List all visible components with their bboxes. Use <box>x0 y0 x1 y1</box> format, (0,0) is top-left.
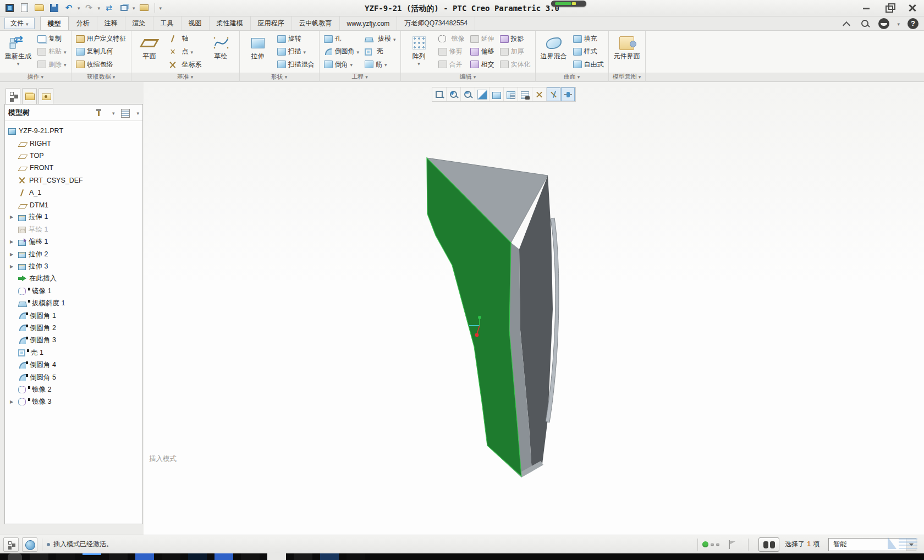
group-label-surfaces[interactable]: 曲面 <box>536 73 608 82</box>
windows-taskbar[interactable] <box>0 553 924 560</box>
favorites-tab[interactable] <box>38 88 53 104</box>
hole-button[interactable]: 孔 <box>322 33 361 45</box>
resource-caret[interactable] <box>897 20 900 28</box>
rib-button[interactable]: 筋 <box>363 58 398 70</box>
offset-button[interactable]: 偏移 <box>469 46 496 58</box>
zoom-out-button[interactable] <box>461 87 475 101</box>
tree-settings-caret[interactable] <box>136 109 139 117</box>
zoom-in-button[interactable] <box>447 87 461 101</box>
shrinkwrap-button[interactable]: 收缩包络 <box>74 58 128 70</box>
udf-button[interactable]: 用户定义特征 <box>74 33 128 45</box>
tree-item-round1[interactable]: 倒圆角 1 <box>5 310 142 322</box>
resource-center-icon[interactable] <box>878 18 889 29</box>
fill-button[interactable]: 填充 <box>571 33 606 45</box>
taskbar-item[interactable] <box>346 553 365 560</box>
tree-item-offset1[interactable]: ▶偏移 1 <box>5 236 142 248</box>
datum-point-button[interactable]: 点 <box>167 46 204 58</box>
close-button[interactable] <box>905 2 920 13</box>
boundary-blend-button[interactable]: 边界混合 <box>538 32 569 72</box>
datum-axis-button[interactable]: 轴 <box>167 33 204 45</box>
taskbar-item[interactable] <box>294 553 312 560</box>
taskbar-item[interactable] <box>82 553 101 555</box>
component-interface-button[interactable]: 元件界面 <box>612 32 642 72</box>
combo-arrow-icon[interactable] <box>906 539 916 551</box>
taskbar-item[interactable] <box>162 553 180 560</box>
tab-yzf-website[interactable]: www.yzfjy.com <box>339 17 397 30</box>
thicken-button[interactable]: 加厚 <box>498 46 532 58</box>
expand-arrow-icon[interactable]: ▶ <box>10 215 16 219</box>
tab-analysis[interactable]: 分析 <box>69 17 97 30</box>
tab-annotate[interactable]: 注释 <box>97 17 125 30</box>
tree-filters-caret[interactable] <box>112 109 115 117</box>
tree-item-extrude1[interactable]: ▶拉伸 1 <box>5 211 142 223</box>
trim-button[interactable]: 修剪 <box>437 46 466 58</box>
taskbar-item[interactable] <box>241 553 260 560</box>
project-button[interactable]: 投影 <box>498 33 532 45</box>
taskbar-item[interactable] <box>56 553 75 560</box>
expand-arrow-icon[interactable]: ▶ <box>10 399 16 404</box>
tree-item-axis[interactable]: A_1 <box>5 186 142 199</box>
freestyle-button[interactable]: 自由式 <box>571 58 606 70</box>
3d-model[interactable] <box>407 149 566 484</box>
tree-item-extrude2[interactable]: ▶拉伸 2 <box>5 248 142 260</box>
extrude-button[interactable]: 拉伸 <box>243 32 273 72</box>
regenerate-button[interactable]: 重新生成 <box>3 32 34 72</box>
tree-item-mirror3[interactable]: ▶镜像 3 <box>5 396 142 408</box>
tab-model[interactable]: 模型 <box>40 17 69 30</box>
taskbar-item[interactable] <box>188 553 207 560</box>
tree-item-insert-here[interactable]: 在此插入 <box>5 273 142 285</box>
csys-button[interactable]: 坐标系 <box>167 58 204 70</box>
extend-button[interactable]: 延伸 <box>469 33 496 45</box>
paste-button[interactable]: 粘贴 <box>36 46 68 58</box>
toggle-navigator-button[interactable] <box>3 537 19 552</box>
tree-item-round4[interactable]: 倒圆角 4 <box>5 359 142 371</box>
taskbar-item[interactable] <box>30 553 48 560</box>
datum-display-filters-button[interactable] <box>532 87 547 101</box>
tree-item-mirror1[interactable]: 镜像 1 <box>5 285 142 297</box>
taskbar-item[interactable] <box>8 553 22 560</box>
graphics-area[interactable]: 插入模式 <box>144 82 924 535</box>
tree-item-mirror2[interactable]: 镜像 2 <box>5 383 142 396</box>
style-button[interactable]: 样式 <box>571 46 606 58</box>
tree-filters-icon[interactable] <box>96 108 107 118</box>
group-label-model-intent[interactable]: 模型意图 <box>609 73 645 82</box>
tree-item-round5[interactable]: 倒圆角 5 <box>5 371 142 383</box>
tree-settings-icon[interactable] <box>120 108 131 118</box>
model-tree-tab[interactable] <box>6 88 20 104</box>
collapse-ribbon-icon[interactable] <box>841 18 852 29</box>
intersect-button[interactable]: 相交 <box>469 58 496 70</box>
tab-applications[interactable]: 应用程序 <box>250 17 292 30</box>
tab-teacher-qq[interactable]: 万老师QQ734482554 <box>397 17 475 30</box>
sketch-button[interactable]: 草绘 <box>206 32 237 72</box>
annotation-display-button[interactable] <box>547 87 561 101</box>
delete-button[interactable]: 删除 <box>36 58 68 70</box>
tree-item-extrude3[interactable]: ▶拉伸 3 <box>5 260 142 272</box>
group-label-shapes[interactable]: 形状 <box>240 73 319 82</box>
taskbar-item[interactable] <box>109 553 128 560</box>
chamfer-button[interactable]: 倒角 <box>322 58 361 70</box>
tab-tools[interactable]: 工具 <box>153 17 181 30</box>
expand-arrow-icon[interactable]: ▶ <box>10 264 16 269</box>
notifications-flag-icon[interactable] <box>728 540 736 549</box>
tree-item-dtm1[interactable]: DTM1 <box>5 199 142 211</box>
maximize-restore-button[interactable] <box>882 2 897 13</box>
tab-yzf-education[interactable]: 云中帆教育 <box>292 17 339 30</box>
tree-item-shell1[interactable]: 壳 1 <box>5 347 142 359</box>
group-label-editing[interactable]: 编辑 <box>401 73 535 82</box>
display-style-button[interactable] <box>490 87 504 101</box>
group-label-datum[interactable]: 基准 <box>131 73 239 82</box>
tab-file[interactable]: 文件 <box>4 18 35 29</box>
tree-item-right[interactable]: RIGHT <box>5 137 142 149</box>
minimize-button[interactable] <box>859 2 873 13</box>
repaint-button[interactable] <box>475 87 490 101</box>
taskbar-item[interactable] <box>267 553 286 560</box>
datum-plane-button[interactable]: 平面 <box>134 32 165 72</box>
refit-button[interactable] <box>432 87 447 101</box>
saved-orientations-button[interactable] <box>504 87 518 101</box>
tree-item-top[interactable]: TOP <box>5 150 142 162</box>
copy-geometry-button[interactable]: 复制几何 <box>74 46 128 58</box>
expand-arrow-icon[interactable]: ▶ <box>10 239 16 244</box>
find-button[interactable] <box>758 537 779 552</box>
swept-blend-button[interactable]: 扫描混合 <box>276 58 316 70</box>
browser-button[interactable] <box>22 537 37 552</box>
